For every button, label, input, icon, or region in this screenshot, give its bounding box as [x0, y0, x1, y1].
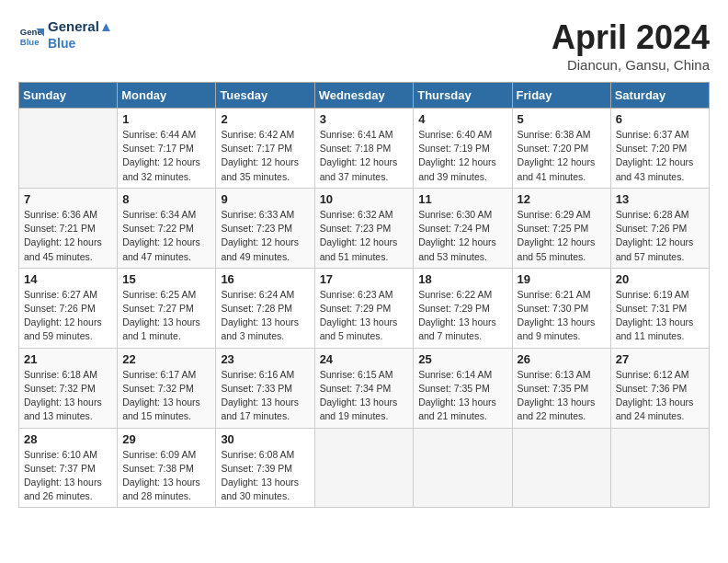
calendar-cell: 29Sunrise: 6:09 AMSunset: 7:38 PMDayligh… [118, 428, 216, 508]
calendar-cell: 26Sunrise: 6:13 AMSunset: 7:35 PMDayligh… [512, 348, 610, 428]
day-info: Sunrise: 6:30 AMSunset: 7:24 PMDaylight:… [418, 208, 506, 264]
day-number: 8 [122, 192, 210, 206]
calendar-cell: 14Sunrise: 6:27 AMSunset: 7:26 PMDayligh… [19, 268, 118, 348]
day-info: Sunrise: 6:29 AMSunset: 7:25 PMDaylight:… [518, 208, 606, 264]
calendar-cell [414, 428, 512, 508]
day-number: 27 [616, 352, 704, 366]
week-row-2: 14Sunrise: 6:27 AMSunset: 7:26 PMDayligh… [19, 268, 710, 348]
calendar-cell: 5Sunrise: 6:38 AMSunset: 7:20 PMDaylight… [512, 109, 610, 189]
day-number: 9 [221, 192, 309, 206]
week-row-3: 21Sunrise: 6:18 AMSunset: 7:32 PMDayligh… [19, 348, 710, 428]
day-info: Sunrise: 6:13 AMSunset: 7:35 PMDaylight:… [518, 368, 606, 424]
day-info: Sunrise: 6:38 AMSunset: 7:20 PMDaylight:… [518, 128, 606, 184]
day-info: Sunrise: 6:09 AMSunset: 7:38 PMDaylight:… [122, 448, 210, 504]
location: Diancun, Gansu, China [552, 57, 710, 73]
calendar-cell [610, 428, 709, 508]
day-number: 3 [320, 112, 409, 126]
day-number: 2 [221, 112, 309, 126]
day-info: Sunrise: 6:28 AMSunset: 7:26 PMDaylight:… [616, 208, 704, 264]
day-number: 19 [518, 272, 606, 286]
weekday-header-monday: Monday [118, 83, 216, 109]
svg-text:Blue: Blue [20, 37, 40, 47]
day-number: 10 [320, 192, 409, 206]
calendar-cell: 10Sunrise: 6:32 AMSunset: 7:23 PMDayligh… [314, 188, 414, 268]
day-number: 23 [221, 352, 309, 366]
day-info: Sunrise: 6:44 AMSunset: 7:17 PMDaylight:… [122, 128, 210, 184]
calendar-cell: 25Sunrise: 6:14 AMSunset: 7:35 PMDayligh… [414, 348, 512, 428]
day-info: Sunrise: 6:21 AMSunset: 7:30 PMDaylight:… [518, 288, 606, 344]
calendar-cell: 19Sunrise: 6:21 AMSunset: 7:30 PMDayligh… [512, 268, 610, 348]
day-info: Sunrise: 6:23 AMSunset: 7:29 PMDaylight:… [320, 288, 409, 344]
calendar-cell: 21Sunrise: 6:18 AMSunset: 7:32 PMDayligh… [19, 348, 118, 428]
calendar-table: SundayMondayTuesdayWednesdayThursdayFrid… [18, 82, 710, 508]
calendar-cell: 30Sunrise: 6:08 AMSunset: 7:39 PMDayligh… [216, 428, 314, 508]
day-info: Sunrise: 6:08 AMSunset: 7:39 PMDaylight:… [221, 448, 309, 504]
header: General Blue General▲ Blue April 2024 Di… [18, 18, 710, 73]
weekday-header-thursday: Thursday [414, 83, 512, 109]
day-info: Sunrise: 6:25 AMSunset: 7:27 PMDaylight:… [122, 288, 210, 344]
calendar-cell: 24Sunrise: 6:15 AMSunset: 7:34 PMDayligh… [314, 348, 414, 428]
calendar-cell [314, 428, 414, 508]
calendar-cell: 4Sunrise: 6:40 AMSunset: 7:19 PMDaylight… [414, 109, 512, 189]
title-block: April 2024 Diancun, Gansu, China [552, 18, 710, 73]
calendar-cell: 6Sunrise: 6:37 AMSunset: 7:20 PMDaylight… [610, 109, 709, 189]
day-number: 18 [418, 272, 506, 286]
weekday-header-row: SundayMondayTuesdayWednesdayThursdayFrid… [19, 83, 710, 109]
calendar-cell: 7Sunrise: 6:36 AMSunset: 7:21 PMDaylight… [19, 188, 118, 268]
weekday-header-friday: Friday [512, 83, 610, 109]
day-number: 12 [518, 192, 606, 206]
calendar-cell: 1Sunrise: 6:44 AMSunset: 7:17 PMDaylight… [118, 109, 216, 189]
calendar-cell: 12Sunrise: 6:29 AMSunset: 7:25 PMDayligh… [512, 188, 610, 268]
weekday-header-wednesday: Wednesday [314, 83, 414, 109]
week-row-4: 28Sunrise: 6:10 AMSunset: 7:37 PMDayligh… [19, 428, 710, 508]
day-info: Sunrise: 6:37 AMSunset: 7:20 PMDaylight:… [616, 128, 704, 184]
weekday-header-saturday: Saturday [610, 83, 709, 109]
day-info: Sunrise: 6:41 AMSunset: 7:18 PMDaylight:… [320, 128, 409, 184]
calendar-cell: 27Sunrise: 6:12 AMSunset: 7:36 PMDayligh… [610, 348, 709, 428]
day-info: Sunrise: 6:10 AMSunset: 7:37 PMDaylight:… [24, 448, 112, 504]
calendar-cell: 13Sunrise: 6:28 AMSunset: 7:26 PMDayligh… [610, 188, 709, 268]
logo-icon: General Blue [18, 22, 44, 48]
week-row-0: 1Sunrise: 6:44 AMSunset: 7:17 PMDaylight… [19, 109, 710, 189]
calendar-cell: 17Sunrise: 6:23 AMSunset: 7:29 PMDayligh… [314, 268, 414, 348]
day-info: Sunrise: 6:18 AMSunset: 7:32 PMDaylight:… [24, 368, 112, 424]
calendar-cell: 15Sunrise: 6:25 AMSunset: 7:27 PMDayligh… [118, 268, 216, 348]
day-number: 1 [122, 112, 210, 126]
day-info: Sunrise: 6:27 AMSunset: 7:26 PMDaylight:… [24, 288, 112, 344]
month-year: April 2024 [552, 18, 710, 57]
day-number: 29 [122, 432, 210, 446]
day-number: 17 [320, 272, 409, 286]
day-number: 6 [616, 112, 704, 126]
day-info: Sunrise: 6:32 AMSunset: 7:23 PMDaylight:… [320, 208, 409, 264]
calendar-cell: 3Sunrise: 6:41 AMSunset: 7:18 PMDaylight… [314, 109, 414, 189]
calendar-cell: 16Sunrise: 6:24 AMSunset: 7:28 PMDayligh… [216, 268, 314, 348]
logo: General Blue General▲ Blue [18, 18, 113, 52]
calendar-cell: 11Sunrise: 6:30 AMSunset: 7:24 PMDayligh… [414, 188, 512, 268]
day-number: 11 [418, 192, 506, 206]
weekday-header-tuesday: Tuesday [216, 83, 314, 109]
day-info: Sunrise: 6:34 AMSunset: 7:22 PMDaylight:… [122, 208, 210, 264]
day-number: 25 [418, 352, 506, 366]
day-info: Sunrise: 6:40 AMSunset: 7:19 PMDaylight:… [418, 128, 506, 184]
day-info: Sunrise: 6:12 AMSunset: 7:36 PMDaylight:… [616, 368, 704, 424]
day-number: 30 [221, 432, 309, 446]
calendar-cell: 23Sunrise: 6:16 AMSunset: 7:33 PMDayligh… [216, 348, 314, 428]
day-info: Sunrise: 6:33 AMSunset: 7:23 PMDaylight:… [221, 208, 309, 264]
day-number: 22 [122, 352, 210, 366]
weekday-header-sunday: Sunday [19, 83, 118, 109]
day-number: 16 [221, 272, 309, 286]
day-info: Sunrise: 6:36 AMSunset: 7:21 PMDaylight:… [24, 208, 112, 264]
day-number: 28 [24, 432, 112, 446]
calendar-cell: 8Sunrise: 6:34 AMSunset: 7:22 PMDaylight… [118, 188, 216, 268]
calendar-cell: 22Sunrise: 6:17 AMSunset: 7:32 PMDayligh… [118, 348, 216, 428]
day-number: 4 [418, 112, 506, 126]
day-number: 24 [320, 352, 409, 366]
calendar-cell: 28Sunrise: 6:10 AMSunset: 7:37 PMDayligh… [19, 428, 118, 508]
calendar-cell [512, 428, 610, 508]
day-number: 5 [518, 112, 606, 126]
day-info: Sunrise: 6:19 AMSunset: 7:31 PMDaylight:… [616, 288, 704, 344]
day-info: Sunrise: 6:24 AMSunset: 7:28 PMDaylight:… [221, 288, 309, 344]
calendar-cell: 18Sunrise: 6:22 AMSunset: 7:29 PMDayligh… [414, 268, 512, 348]
week-row-1: 7Sunrise: 6:36 AMSunset: 7:21 PMDaylight… [19, 188, 710, 268]
calendar-body: 1Sunrise: 6:44 AMSunset: 7:17 PMDaylight… [19, 109, 710, 508]
